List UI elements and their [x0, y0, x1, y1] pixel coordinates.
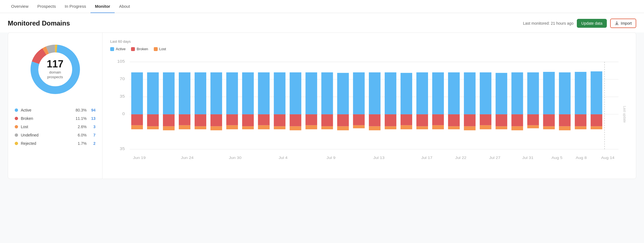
main-card: 117 domain prospects Active 80.3% 94: [8, 32, 636, 179]
legend-rejected: Rejected 1.7% 2: [15, 139, 95, 148]
undefined-count: 7: [90, 133, 95, 137]
active-pct: 80.3%: [76, 108, 87, 112]
lost-count: 3: [90, 125, 95, 129]
svg-rect-66: [385, 114, 396, 126]
svg-rect-23: [163, 72, 175, 114]
svg-rect-35: [226, 72, 238, 114]
svg-rect-39: [242, 114, 254, 126]
donut-label: domain prospects: [47, 70, 63, 80]
chart-subtitle: Last 60 days: [110, 39, 628, 44]
svg-rect-67: [385, 126, 396, 129]
active-label: Active: [21, 108, 76, 112]
svg-rect-47: [290, 72, 301, 114]
svg-rect-37: [226, 125, 238, 129]
svg-rect-53: [321, 72, 333, 114]
svg-rect-59: [353, 72, 365, 114]
svg-rect-34: [210, 126, 222, 130]
svg-rect-51: [306, 114, 317, 125]
donut-section: 117 domain prospects Active 80.3% 94: [8, 33, 102, 179]
svg-text:Jun 24: Jun 24: [181, 155, 193, 160]
nav-inprogress[interactable]: In Progress: [60, 0, 90, 13]
svg-rect-45: [274, 114, 285, 126]
import-button[interactable]: Import: [610, 19, 636, 28]
svg-text:Jul 22: Jul 22: [455, 155, 466, 160]
chart-bars: [131, 71, 602, 130]
svg-rect-72: [416, 114, 428, 126]
svg-rect-42: [258, 114, 270, 125]
svg-rect-60: [353, 114, 365, 125]
last-monitored-text: Last monitored: 21 hours ago: [523, 21, 573, 26]
download-icon: [615, 21, 619, 26]
svg-text:Jul 31: Jul 31: [522, 155, 533, 160]
svg-rect-79: [448, 126, 460, 129]
svg-text:Aug 14: Aug 14: [601, 155, 615, 160]
lost-checkbox: [154, 47, 158, 51]
svg-rect-96: [543, 114, 555, 126]
svg-rect-22: [147, 126, 159, 129]
svg-rect-25: [163, 126, 175, 130]
lost-dot: [15, 125, 18, 128]
svg-rect-54: [321, 114, 333, 126]
svg-text:Aug 8: Aug 8: [576, 155, 587, 160]
import-button-label: Import: [621, 21, 632, 26]
undefined-dot: [15, 133, 18, 137]
main-content: 117 domain prospects Active 80.3% 94: [0, 32, 644, 243]
svg-rect-32: [210, 72, 222, 114]
rejected-pct: 1.7%: [78, 141, 87, 146]
broken-pct: 11.1%: [76, 116, 87, 121]
donut-legend: Active 80.3% 94 Broken 11.1% 13 Lost 2.6…: [15, 106, 95, 148]
chart-legend-lost-label: Lost: [159, 47, 166, 51]
chart-legend-active[interactable]: Active: [110, 47, 125, 51]
update-data-button[interactable]: Update data: [577, 19, 607, 28]
svg-rect-58: [337, 126, 349, 130]
chart-section: Last 60 days Active Broken Lost: [102, 33, 636, 179]
svg-rect-70: [401, 125, 412, 129]
svg-rect-27: [179, 114, 190, 125]
svg-rect-91: [511, 126, 523, 130]
lost-label: Lost: [21, 125, 78, 129]
svg-text:35: 35: [120, 94, 125, 98]
chart-legend-broken-label: Broken: [137, 47, 148, 51]
svg-rect-97: [543, 126, 555, 129]
svg-rect-106: [591, 126, 602, 129]
header-actions: Last monitored: 21 hours ago Update data…: [523, 19, 636, 28]
svg-text:0: 0: [122, 112, 125, 116]
undefined-pct: 6.0%: [78, 133, 87, 137]
nav-overview[interactable]: Overview: [7, 0, 33, 13]
svg-text:Jul 4: Jul 4: [279, 155, 288, 160]
active-dot: [15, 108, 18, 112]
chart-legend-lost[interactable]: Lost: [154, 47, 166, 51]
svg-rect-57: [337, 114, 349, 126]
svg-rect-88: [495, 126, 507, 129]
svg-rect-61: [353, 125, 365, 128]
svg-rect-46: [274, 126, 285, 129]
page-header: Monitored Domains Last monitored: 21 hou…: [0, 13, 644, 32]
svg-rect-90: [511, 114, 523, 126]
page-title: Monitored Domains: [8, 19, 70, 27]
svg-text:Aug 5: Aug 5: [552, 155, 563, 160]
svg-rect-44: [274, 72, 285, 114]
legend-active: Active 80.3% 94: [15, 106, 95, 114]
broken-count: 13: [90, 116, 95, 121]
svg-text:Last update: Last update: [622, 106, 627, 123]
broken-dot: [15, 117, 18, 120]
nav-about[interactable]: About: [115, 0, 134, 13]
svg-rect-89: [511, 72, 523, 114]
svg-rect-18: [131, 114, 143, 125]
svg-rect-81: [464, 114, 476, 126]
svg-rect-64: [369, 126, 381, 130]
svg-rect-62: [369, 72, 381, 114]
svg-rect-105: [591, 114, 602, 126]
svg-rect-26: [179, 72, 190, 114]
chart-legend-broken[interactable]: Broken: [131, 47, 148, 51]
svg-rect-71: [416, 72, 428, 114]
svg-rect-50: [306, 72, 317, 114]
svg-rect-68: [401, 73, 412, 114]
svg-text:70: 70: [120, 77, 125, 81]
nav-prospects[interactable]: Prospects: [33, 0, 61, 13]
svg-rect-31: [195, 126, 206, 129]
nav-monitor[interactable]: Monitor: [90, 0, 115, 13]
svg-rect-86: [495, 73, 507, 114]
svg-text:Jun 19: Jun 19: [133, 155, 145, 160]
svg-rect-56: [337, 73, 349, 114]
